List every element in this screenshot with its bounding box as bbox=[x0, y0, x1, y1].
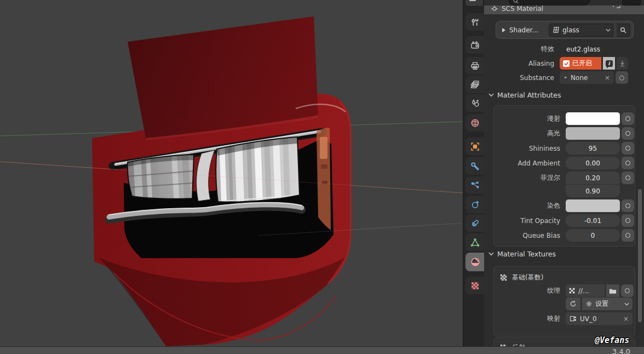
texture-settings-label: 设置 bbox=[595, 299, 622, 309]
scs-material-panel-header[interactable]: SCS Material bbox=[484, 5, 644, 14]
panel-scrollbar[interactable] bbox=[638, 189, 642, 322]
checkbox-checked-icon bbox=[563, 60, 570, 67]
watermark: @Vefans bbox=[595, 335, 629, 345]
blender-window: SCS Material Shader... glass 特效 eut2.gla… bbox=[0, 0, 644, 354]
physics-orbit-icon bbox=[470, 200, 480, 209]
clear-x-icon[interactable]: × bbox=[623, 315, 629, 323]
aliasing-download-button[interactable] bbox=[617, 57, 628, 70]
texture-browse-button[interactable] bbox=[606, 284, 619, 297]
texture-reload-button[interactable] bbox=[566, 298, 580, 310]
shininess-field[interactable]: 95 bbox=[566, 142, 620, 155]
tint-label: 染色 bbox=[494, 201, 566, 210]
substance-browse-button[interactable]: ○ bbox=[616, 71, 628, 84]
search-input[interactable] bbox=[508, 0, 590, 5]
shader-label: Shader... bbox=[509, 26, 545, 34]
fresnel-scale-field[interactable]: 0.90 bbox=[566, 185, 620, 197]
tab-tool[interactable] bbox=[465, 13, 485, 31]
texture-settings-row: 设置 bbox=[494, 298, 635, 310]
specular-label: 高光 bbox=[494, 129, 566, 138]
editor-type-button[interactable] bbox=[465, 0, 484, 7]
tab-modifiers[interactable] bbox=[465, 157, 485, 175]
specular-animate-button[interactable] bbox=[622, 127, 634, 140]
queue-bias-animate-button[interactable] bbox=[622, 229, 634, 242]
info-bubble-icon: i bbox=[606, 60, 613, 67]
tab-world[interactable] bbox=[465, 114, 485, 132]
expand-right-icon bbox=[502, 27, 506, 33]
tab-object-data[interactable] bbox=[465, 233, 485, 251]
fresnel-row: 菲涅尔 0.20 bbox=[494, 172, 635, 184]
section-title: Material Attributes bbox=[497, 91, 561, 99]
tab-scene[interactable] bbox=[465, 94, 485, 112]
texture-path-value: //... bbox=[578, 287, 589, 295]
clear-x-icon[interactable]: × bbox=[605, 74, 610, 82]
shininess-row: Shininess 95 bbox=[494, 142, 635, 155]
mapping-field[interactable]: UV_0 × bbox=[566, 312, 633, 325]
aliasing-toggle[interactable]: 已开启 bbox=[560, 57, 601, 70]
substance-label: Substance bbox=[484, 74, 560, 82]
checker-texture-icon bbox=[499, 273, 508, 282]
material-attributes-box: 漫射 高光 Shininess 95 bbox=[493, 105, 635, 247]
substance-dropdown[interactable]: • None × bbox=[560, 71, 614, 84]
texture-path-field[interactable]: //... bbox=[566, 284, 605, 297]
search-icon bbox=[513, 0, 519, 4]
3d-viewport[interactable] bbox=[0, 0, 463, 346]
shininess-animate-button[interactable] bbox=[622, 142, 634, 155]
viewport-render bbox=[0, 0, 463, 346]
shininess-label: Shininess bbox=[494, 145, 566, 152]
diffuse-row: 漫射 bbox=[494, 112, 635, 125]
queue-bias-row: Queue Bias 0 bbox=[494, 229, 635, 242]
tool-icon bbox=[470, 18, 480, 27]
tab-constraints[interactable] bbox=[465, 214, 485, 232]
tint-animate-button[interactable] bbox=[622, 199, 634, 212]
tint-opacity-field[interactable]: -0.01 bbox=[566, 214, 620, 227]
tab-view-layer[interactable] bbox=[465, 76, 485, 93]
object-icon bbox=[470, 142, 480, 151]
fresnel-bias-field[interactable]: 0.20 bbox=[566, 172, 620, 184]
uv-map-icon bbox=[570, 315, 577, 322]
mesh-data-icon bbox=[470, 238, 480, 247]
fresnel-label: 菲涅尔 bbox=[494, 173, 566, 182]
scene-icon bbox=[470, 99, 480, 108]
texture-path-row: 纹理 //... bbox=[494, 284, 635, 297]
specular-color-swatch[interactable] bbox=[566, 127, 620, 140]
queue-bias-field[interactable]: 0 bbox=[566, 229, 620, 242]
specular-row: 高光 bbox=[494, 127, 635, 140]
diffuse-color-swatch[interactable] bbox=[566, 112, 620, 125]
tint-opacity-label: Tint Opacity bbox=[494, 217, 566, 225]
material-textures-header[interactable]: Material Textures bbox=[488, 250, 556, 258]
tab-particles[interactable] bbox=[465, 176, 485, 194]
material-attributes-header[interactable]: Material Attributes bbox=[488, 91, 561, 99]
aliasing-info-button[interactable]: i bbox=[603, 57, 615, 70]
shader-preset-dropdown[interactable]: glass bbox=[549, 24, 613, 37]
tab-output[interactable] bbox=[465, 57, 485, 75]
tab-physics[interactable] bbox=[465, 196, 485, 213]
queue-bias-label: Queue Bias bbox=[494, 232, 566, 239]
tab-object[interactable] bbox=[465, 138, 485, 155]
add-ambient-field[interactable]: 0.00 bbox=[566, 157, 620, 169]
refresh-icon bbox=[570, 300, 577, 307]
tab-material[interactable] bbox=[465, 253, 485, 271]
fresnel-animate-button[interactable] bbox=[622, 172, 634, 184]
texture-label: 纹理 bbox=[494, 286, 566, 295]
add-ambient-animate-button[interactable] bbox=[622, 157, 634, 169]
node-socket-icon bbox=[491, 5, 498, 13]
texture-checker-icon bbox=[470, 281, 480, 290]
tint-color-swatch[interactable] bbox=[566, 199, 620, 212]
substance-row: Substance • None × ○ bbox=[484, 71, 644, 84]
shader-search-button[interactable] bbox=[617, 24, 630, 37]
checker-texture-icon bbox=[568, 287, 576, 294]
effect-label: 特效 bbox=[484, 44, 560, 54]
diffuse-animate-button[interactable] bbox=[622, 112, 634, 125]
wrench-icon bbox=[470, 162, 480, 171]
texture-settings-dropdown[interactable]: 设置 bbox=[582, 298, 633, 310]
filter-button[interactable] bbox=[622, 0, 641, 5]
chevron-down-icon bbox=[606, 28, 611, 32]
tint-opacity-animate-button[interactable] bbox=[622, 214, 634, 227]
tab-texture[interactable] bbox=[465, 277, 485, 294]
tab-render[interactable] bbox=[465, 36, 485, 54]
arrow-down-icon bbox=[619, 60, 625, 67]
panel-toggle-icon[interactable] bbox=[606, 5, 624, 11]
effect-row: 特效 eut2.glass bbox=[484, 43, 644, 55]
texture-animate-button[interactable] bbox=[621, 284, 634, 297]
base-texture-group-header[interactable]: 基础(基数) bbox=[494, 271, 635, 283]
